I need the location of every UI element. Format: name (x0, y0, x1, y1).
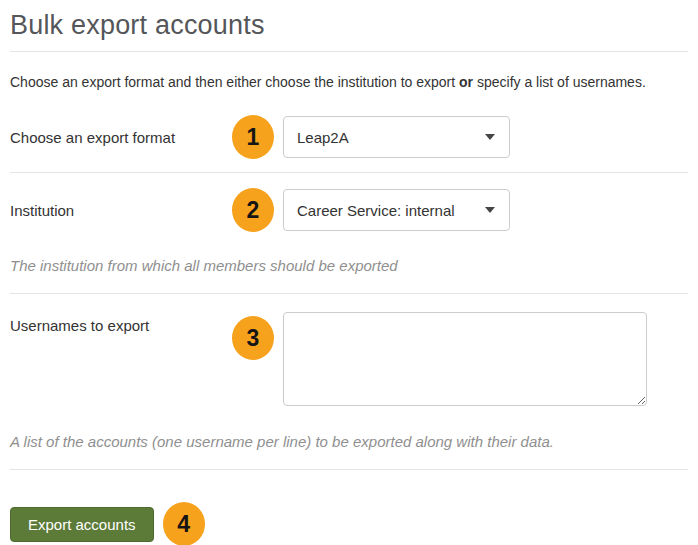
intro-text-before: Choose an export format and then either … (10, 74, 459, 90)
intro-text: Choose an export format and then either … (10, 74, 688, 90)
page-title: Bulk export accounts (10, 10, 688, 52)
callout-badge-3: 3 (232, 316, 274, 360)
usernames-help-text: A list of the accounts (one username per… (10, 433, 688, 450)
institution-select[interactable]: Career Service: internal (283, 189, 510, 231)
callout-badge-2: 2 (232, 188, 274, 232)
intro-text-after: specify a list of usernames. (473, 74, 646, 90)
form-row-export-format: Choose an export format 1 Leap2A (10, 90, 688, 173)
form-row-institution: Institution 2 Career Service: internal T… (10, 173, 688, 294)
chevron-down-icon (485, 207, 495, 213)
bulk-export-page: Bulk export accounts Choose an export fo… (0, 10, 698, 545)
export-format-label: Choose an export format (10, 129, 232, 146)
intro-text-bold: or (459, 74, 473, 90)
form-row-submit: Export accounts 4 (10, 470, 688, 545)
chevron-down-icon (485, 134, 495, 140)
export-accounts-button[interactable]: Export accounts (10, 507, 154, 542)
callout-badge-1: 1 (232, 115, 274, 159)
institution-label: Institution (10, 202, 232, 219)
institution-selected-value: Career Service: internal (297, 202, 455, 219)
callout-badge-4: 4 (163, 502, 205, 545)
usernames-label: Usernames to export (10, 317, 232, 334)
export-format-selected-value: Leap2A (297, 129, 349, 146)
usernames-textarea[interactable] (283, 312, 647, 406)
form-row-usernames: Usernames to export 3 A list of the acco… (10, 294, 688, 470)
institution-help-text: The institution from which all members s… (10, 257, 688, 274)
export-format-select[interactable]: Leap2A (283, 116, 510, 158)
